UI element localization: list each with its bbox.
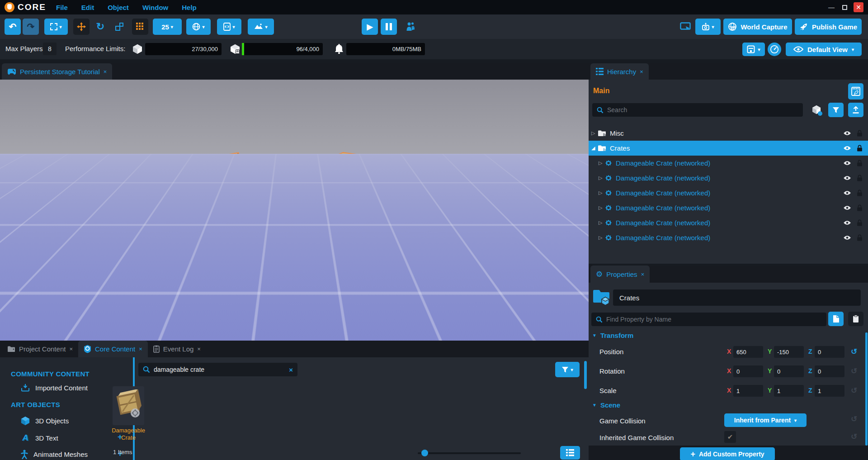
move-tool-button[interactable] [73, 19, 90, 35]
multiplayer-preview-button[interactable] [401, 19, 420, 35]
scene-root-label[interactable]: Main [593, 87, 609, 95]
visibility-eye-icon[interactable] [843, 190, 851, 195]
close-icon[interactable]: × [197, 346, 201, 352]
visibility-eye-icon[interactable] [843, 131, 851, 136]
tab-properties[interactable]: ⚙ Properties × [590, 266, 650, 283]
pause-button[interactable] [381, 19, 397, 35]
reset-scale-icon[interactable]: ↺ [851, 386, 857, 395]
visibility-eye-icon[interactable] [843, 220, 851, 225]
tree-row-damageable-crate[interactable]: ▷ Damageable Crate (networked) [589, 200, 868, 215]
terrain-dropdown[interactable]: ▾ [248, 19, 274, 35]
lock-icon[interactable] [857, 190, 863, 196]
tree-row-damageable-crate[interactable]: ▷ Damageable Crate (networked) [589, 230, 868, 245]
game-collision-dropdown[interactable]: Inherit from Parent ▾ [724, 413, 807, 427]
scale-x-input[interactable] [733, 385, 763, 397]
position-y-input[interactable] [774, 346, 804, 358]
thumbnail-size-slider[interactable] [418, 452, 521, 454]
rotation-z-input[interactable] [815, 365, 844, 377]
list-view-button[interactable] [560, 446, 580, 460]
property-search[interactable] [591, 313, 826, 326]
scale-tool-button[interactable] [111, 19, 127, 35]
tree-row-damageable-crate[interactable]: ▷ Damageable Crate (networked) [589, 185, 868, 200]
expander-collapsed-icon[interactable]: ▷ [599, 205, 605, 211]
menu-object[interactable]: Object [108, 4, 129, 11]
position-z-input[interactable] [815, 346, 844, 358]
content-search-input[interactable] [154, 366, 285, 373]
reset-game-collision-icon[interactable]: ↺ [851, 414, 857, 424]
grid-size-dropdown[interactable]: 25▾ [153, 19, 182, 35]
save-dropdown-button[interactable]: ▾ [742, 43, 765, 56]
scene-viewport[interactable] [0, 80, 589, 341]
tree-row-misc[interactable]: ▷ Misc [589, 126, 868, 141]
object-name-field[interactable]: Crates [613, 289, 861, 306]
lock-icon[interactable] [857, 130, 863, 137]
sidebar-item-animated-meshes[interactable]: Animated Meshes [21, 450, 88, 459]
tree-row-damageable-crate[interactable]: ▷ Damageable Crate (networked) [589, 171, 868, 185]
add-custom-property-button[interactable]: + Add Custom Property [680, 447, 775, 460]
copy-properties-button[interactable] [828, 312, 844, 326]
hierarchy-export-button[interactable] [848, 103, 863, 117]
sidebar-item-imported-content[interactable]: Imported Content [21, 384, 88, 392]
play-button[interactable]: ▶ [362, 19, 378, 35]
select-mode-button[interactable]: ▾ [44, 19, 68, 35]
rotation-y-input[interactable] [774, 365, 804, 377]
content-filter-button[interactable]: ▾ [555, 362, 580, 377]
slider-knob[interactable] [421, 450, 428, 456]
menu-edit[interactable]: Edit [81, 4, 94, 11]
lock-icon[interactable] [857, 219, 863, 226]
expander-collapsed-icon[interactable]: ▷ [599, 190, 605, 196]
grid-snap-button[interactable] [132, 19, 148, 35]
property-search-input[interactable] [606, 316, 822, 323]
close-icon[interactable]: × [641, 271, 645, 278]
close-icon[interactable]: × [104, 68, 107, 75]
hierarchy-search[interactable] [592, 103, 803, 117]
visibility-eye-icon[interactable] [843, 235, 851, 240]
transform-section-header[interactable]: ▼ Transform [592, 332, 633, 339]
scale-z-input[interactable] [815, 385, 844, 397]
lock-icon[interactable] [857, 175, 863, 181]
menu-file[interactable]: File [56, 4, 68, 11]
tree-row-crates[interactable]: ◢ Crates [589, 141, 868, 156]
sidebar-item-3d-objects[interactable]: 3D Objects [21, 416, 69, 426]
rotation-x-input[interactable] [733, 365, 763, 377]
stream-to-device-button[interactable] [677, 19, 693, 35]
restore-icon[interactable] [842, 5, 847, 10]
expander-collapsed-icon[interactable]: ▷ [599, 160, 605, 166]
clear-search-icon[interactable]: × [289, 366, 293, 374]
inherited-collision-checkbox[interactable]: ✔ [724, 431, 736, 443]
reset-inherited-collision-icon[interactable]: ↺ [851, 432, 857, 441]
visibility-eye-icon[interactable] [843, 161, 851, 166]
tab-hierarchy[interactable]: Hierarchy × [590, 63, 649, 80]
performance-gauge-button[interactable] [768, 43, 781, 56]
visibility-eye-icon[interactable] [843, 175, 851, 180]
menu-help[interactable]: Help [182, 4, 197, 11]
publish-game-button[interactable]: Publish Game [795, 19, 862, 35]
sidebar-item-3d-text[interactable]: A 3D Text [21, 433, 58, 443]
tab-event-log[interactable]: Event Log × [148, 341, 206, 357]
expander-expanded-icon[interactable]: ◢ [591, 145, 598, 151]
tree-row-damageable-crate[interactable]: ▷ Damageable Crate (networked) [589, 215, 868, 230]
redo-button[interactable]: ↷ [23, 19, 39, 35]
scale-y-input[interactable] [774, 385, 804, 397]
properties-scrollbar[interactable] [865, 332, 868, 446]
script-dropdown[interactable]: ▾ [217, 19, 241, 35]
expander-collapsed-icon[interactable]: ▷ [591, 130, 598, 136]
tab-core-content[interactable]: Core Content × [78, 341, 148, 357]
close-icon[interactable]: ✕ [854, 2, 863, 12]
content-search[interactable]: × [138, 363, 297, 376]
lock-icon[interactable] [857, 145, 863, 152]
expander-collapsed-icon[interactable]: ▷ [599, 175, 605, 181]
paste-properties-button[interactable] [848, 312, 863, 326]
tab-project-content[interactable]: Project Content × [2, 341, 78, 357]
world-capture-button[interactable]: World Capture [723, 19, 792, 35]
expander-collapsed-icon[interactable]: ▷ [599, 235, 605, 241]
rotate-tool-button[interactable]: ↻ [92, 19, 108, 35]
scene-section-header[interactable]: ▼ Scene [592, 401, 620, 409]
close-icon[interactable]: × [640, 68, 643, 75]
reset-rotation-icon[interactable]: ↺ [851, 366, 857, 376]
menu-window[interactable]: Window [142, 4, 168, 11]
reset-position-icon[interactable]: ↺ [851, 347, 857, 356]
expander-collapsed-icon[interactable]: ▷ [599, 220, 605, 226]
close-icon[interactable]: × [139, 346, 142, 352]
lock-icon[interactable] [857, 234, 863, 241]
